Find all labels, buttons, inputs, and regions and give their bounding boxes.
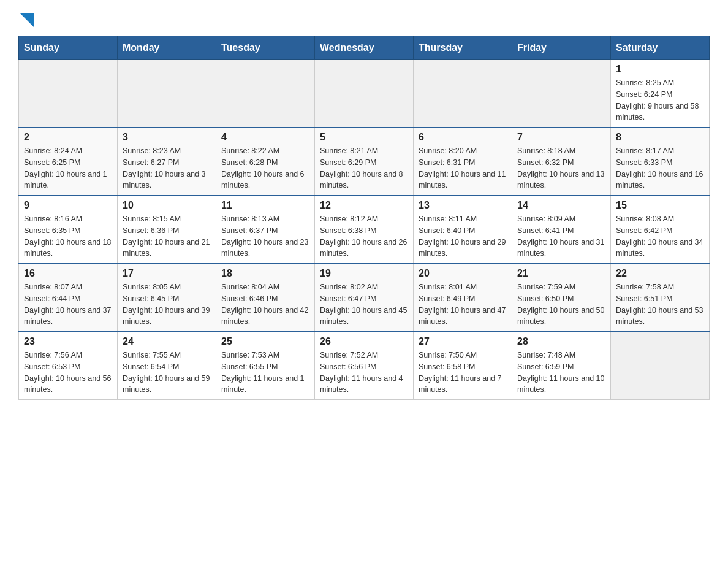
calendar-day-cell: 10Sunrise: 8:15 AMSunset: 6:36 PMDayligh… bbox=[118, 196, 216, 264]
day-info: Sunrise: 8:21 AMSunset: 6:29 PMDaylight:… bbox=[320, 145, 408, 191]
day-info: Sunrise: 7:48 AMSunset: 6:59 PMDaylight:… bbox=[517, 350, 605, 396]
calendar-day-cell bbox=[611, 332, 710, 400]
day-number: 26 bbox=[320, 336, 408, 347]
day-info: Sunrise: 8:08 AMSunset: 6:42 PMDaylight:… bbox=[616, 213, 704, 259]
calendar-day-cell: 28Sunrise: 7:48 AMSunset: 6:59 PMDayligh… bbox=[512, 332, 611, 400]
day-number: 8 bbox=[616, 132, 704, 143]
day-info: Sunrise: 8:20 AMSunset: 6:31 PMDaylight:… bbox=[419, 145, 507, 191]
day-number: 25 bbox=[221, 336, 309, 347]
calendar-day-cell bbox=[315, 60, 414, 128]
calendar-day-cell: 15Sunrise: 8:08 AMSunset: 6:42 PMDayligh… bbox=[611, 196, 710, 264]
calendar-day-cell: 23Sunrise: 7:56 AMSunset: 6:53 PMDayligh… bbox=[19, 332, 118, 400]
day-info: Sunrise: 8:16 AMSunset: 6:35 PMDaylight:… bbox=[24, 213, 112, 259]
day-number: 22 bbox=[616, 268, 704, 279]
calendar-day-cell: 17Sunrise: 8:05 AMSunset: 6:45 PMDayligh… bbox=[118, 264, 216, 332]
calendar-day-cell: 6Sunrise: 8:20 AMSunset: 6:31 PMDaylight… bbox=[414, 128, 512, 196]
day-number: 12 bbox=[320, 200, 408, 211]
calendar-day-cell: 7Sunrise: 8:18 AMSunset: 6:32 PMDaylight… bbox=[512, 128, 611, 196]
day-info: Sunrise: 8:25 AMSunset: 6:24 PMDaylight:… bbox=[616, 77, 704, 123]
day-number: 14 bbox=[517, 200, 605, 211]
calendar-day-cell: 4Sunrise: 8:22 AMSunset: 6:28 PMDaylight… bbox=[216, 128, 315, 196]
weekday-header-sunday: Sunday bbox=[19, 36, 118, 60]
calendar-day-cell: 25Sunrise: 7:53 AMSunset: 6:55 PMDayligh… bbox=[216, 332, 315, 400]
day-info: Sunrise: 8:24 AMSunset: 6:25 PMDaylight:… bbox=[24, 145, 112, 191]
calendar-day-cell: 19Sunrise: 8:02 AMSunset: 6:47 PMDayligh… bbox=[315, 264, 414, 332]
calendar-day-cell: 2Sunrise: 8:24 AMSunset: 6:25 PMDaylight… bbox=[19, 128, 118, 196]
calendar-week-row: 2Sunrise: 8:24 AMSunset: 6:25 PMDaylight… bbox=[19, 128, 710, 196]
weekday-header-row: SundayMondayTuesdayWednesdayThursdayFrid… bbox=[19, 36, 710, 60]
day-number: 23 bbox=[24, 336, 112, 347]
day-number: 4 bbox=[221, 132, 309, 143]
day-number: 16 bbox=[24, 268, 112, 279]
day-info: Sunrise: 8:13 AMSunset: 6:37 PMDaylight:… bbox=[221, 213, 309, 259]
day-info: Sunrise: 8:18 AMSunset: 6:32 PMDaylight:… bbox=[517, 145, 605, 191]
day-info: Sunrise: 8:02 AMSunset: 6:47 PMDaylight:… bbox=[320, 282, 408, 327]
calendar-day-cell: 18Sunrise: 8:04 AMSunset: 6:46 PMDayligh… bbox=[216, 264, 315, 332]
weekday-header-friday: Friday bbox=[512, 36, 611, 60]
day-info: Sunrise: 8:17 AMSunset: 6:33 PMDaylight:… bbox=[616, 145, 704, 191]
day-info: Sunrise: 8:04 AMSunset: 6:46 PMDaylight:… bbox=[221, 282, 309, 327]
logo-triangle-icon bbox=[20, 13, 34, 27]
day-info: Sunrise: 8:15 AMSunset: 6:36 PMDaylight:… bbox=[123, 213, 211, 259]
weekday-header-monday: Monday bbox=[118, 36, 216, 60]
calendar-day-cell bbox=[118, 60, 216, 128]
day-info: Sunrise: 7:53 AMSunset: 6:55 PMDaylight:… bbox=[221, 350, 309, 396]
day-number: 20 bbox=[419, 268, 507, 279]
calendar-day-cell: 26Sunrise: 7:52 AMSunset: 6:56 PMDayligh… bbox=[315, 332, 414, 400]
day-info: Sunrise: 7:52 AMSunset: 6:56 PMDaylight:… bbox=[320, 350, 408, 396]
day-number: 6 bbox=[419, 132, 507, 143]
calendar-day-cell: 12Sunrise: 8:12 AMSunset: 6:38 PMDayligh… bbox=[315, 196, 414, 264]
weekday-header-tuesday: Tuesday bbox=[216, 36, 315, 60]
day-info: Sunrise: 8:05 AMSunset: 6:45 PMDaylight:… bbox=[123, 282, 211, 327]
day-number: 28 bbox=[517, 336, 605, 347]
day-info: Sunrise: 7:55 AMSunset: 6:54 PMDaylight:… bbox=[123, 350, 211, 396]
weekday-header-thursday: Thursday bbox=[414, 36, 512, 60]
logo bbox=[18, 12, 34, 25]
day-number: 3 bbox=[123, 132, 211, 143]
day-number: 10 bbox=[123, 200, 211, 211]
day-number: 19 bbox=[320, 268, 408, 279]
calendar-day-cell: 8Sunrise: 8:17 AMSunset: 6:33 PMDaylight… bbox=[611, 128, 710, 196]
calendar-day-cell: 27Sunrise: 7:50 AMSunset: 6:58 PMDayligh… bbox=[414, 332, 512, 400]
day-number: 24 bbox=[123, 336, 211, 347]
calendar-week-row: 1Sunrise: 8:25 AMSunset: 6:24 PMDaylight… bbox=[19, 60, 710, 128]
day-number: 5 bbox=[320, 132, 408, 143]
calendar-day-cell: 22Sunrise: 7:58 AMSunset: 6:51 PMDayligh… bbox=[611, 264, 710, 332]
day-info: Sunrise: 7:50 AMSunset: 6:58 PMDaylight:… bbox=[419, 350, 507, 396]
day-number: 9 bbox=[24, 200, 112, 211]
calendar-day-cell: 24Sunrise: 7:55 AMSunset: 6:54 PMDayligh… bbox=[118, 332, 216, 400]
weekday-header-saturday: Saturday bbox=[611, 36, 710, 60]
day-number: 7 bbox=[517, 132, 605, 143]
calendar-day-cell bbox=[512, 60, 611, 128]
calendar-day-cell: 13Sunrise: 8:11 AMSunset: 6:40 PMDayligh… bbox=[414, 196, 512, 264]
calendar-table: SundayMondayTuesdayWednesdayThursdayFrid… bbox=[18, 36, 710, 400]
calendar-day-cell: 20Sunrise: 8:01 AMSunset: 6:49 PMDayligh… bbox=[414, 264, 512, 332]
calendar-day-cell: 5Sunrise: 8:21 AMSunset: 6:29 PMDaylight… bbox=[315, 128, 414, 196]
calendar-day-cell bbox=[19, 60, 118, 128]
day-number: 17 bbox=[123, 268, 211, 279]
day-info: Sunrise: 8:12 AMSunset: 6:38 PMDaylight:… bbox=[320, 213, 408, 259]
day-number: 11 bbox=[221, 200, 309, 211]
day-number: 27 bbox=[419, 336, 507, 347]
day-info: Sunrise: 7:56 AMSunset: 6:53 PMDaylight:… bbox=[24, 350, 112, 396]
calendar-day-cell: 9Sunrise: 8:16 AMSunset: 6:35 PMDaylight… bbox=[19, 196, 118, 264]
day-number: 18 bbox=[221, 268, 309, 279]
day-number: 21 bbox=[517, 268, 605, 279]
calendar-day-cell: 1Sunrise: 8:25 AMSunset: 6:24 PMDaylight… bbox=[611, 60, 710, 128]
day-number: 2 bbox=[24, 132, 112, 143]
svg-marker-0 bbox=[20, 13, 34, 27]
page-header bbox=[18, 12, 710, 25]
calendar-day-cell bbox=[216, 60, 315, 128]
day-number: 15 bbox=[616, 200, 704, 211]
day-number: 13 bbox=[419, 200, 507, 211]
day-info: Sunrise: 8:23 AMSunset: 6:27 PMDaylight:… bbox=[123, 145, 211, 191]
weekday-header-wednesday: Wednesday bbox=[315, 36, 414, 60]
calendar-day-cell: 11Sunrise: 8:13 AMSunset: 6:37 PMDayligh… bbox=[216, 196, 315, 264]
calendar-week-row: 23Sunrise: 7:56 AMSunset: 6:53 PMDayligh… bbox=[19, 332, 710, 400]
calendar-day-cell bbox=[414, 60, 512, 128]
calendar-week-row: 9Sunrise: 8:16 AMSunset: 6:35 PMDaylight… bbox=[19, 196, 710, 264]
day-number: 1 bbox=[616, 64, 704, 75]
day-info: Sunrise: 8:01 AMSunset: 6:49 PMDaylight:… bbox=[419, 282, 507, 327]
calendar-day-cell: 16Sunrise: 8:07 AMSunset: 6:44 PMDayligh… bbox=[19, 264, 118, 332]
calendar-day-cell: 3Sunrise: 8:23 AMSunset: 6:27 PMDaylight… bbox=[118, 128, 216, 196]
